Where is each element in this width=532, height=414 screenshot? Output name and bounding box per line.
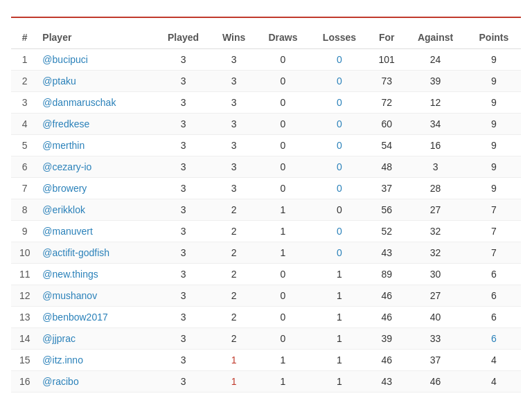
cell: 3 xyxy=(155,71,212,92)
cell: @browery xyxy=(38,178,154,199)
cell: 3 xyxy=(155,49,212,71)
cell: 73 xyxy=(369,71,404,92)
cell: 6 xyxy=(467,307,521,328)
page-title xyxy=(11,11,521,18)
col-header-player: Player xyxy=(38,26,154,49)
cell: @benbow2017 xyxy=(38,307,154,328)
cell: 1 xyxy=(256,350,310,371)
cell: 2 xyxy=(211,264,256,285)
col-header-against: Against xyxy=(404,26,466,49)
cell: 54 xyxy=(369,135,404,156)
cell: 3 xyxy=(155,264,212,285)
cell: 4 xyxy=(467,371,521,393)
cell: 8 xyxy=(11,199,38,221)
cell: 3 xyxy=(155,242,212,264)
cell: 28 xyxy=(404,178,466,199)
cell: 7 xyxy=(11,178,38,199)
cell: 48 xyxy=(369,156,404,178)
cell: 1 xyxy=(310,307,369,328)
cell: 60 xyxy=(369,114,404,135)
cell: 0 xyxy=(310,71,369,92)
cell: @new.things xyxy=(38,264,154,285)
cell: 16 xyxy=(404,135,466,156)
cell: @jjprac xyxy=(38,328,154,350)
table-row: 1@bucipuci3300101249 xyxy=(11,49,521,71)
cell: 3 xyxy=(211,156,256,178)
table-row: 8@erikklok321056277 xyxy=(11,199,521,221)
cell: 13 xyxy=(11,307,38,328)
cell: 1 xyxy=(256,221,310,242)
cell: 2 xyxy=(211,285,256,307)
cell: 0 xyxy=(256,92,310,114)
cell: 7 xyxy=(467,242,521,264)
cell: 3 xyxy=(155,114,212,135)
table-row: 13@benbow2017320146406 xyxy=(11,307,521,328)
cell: 46 xyxy=(369,307,404,328)
cell: 9 xyxy=(467,178,521,199)
cell: @bucipuci xyxy=(38,49,154,71)
cell: 3 xyxy=(155,350,212,371)
cell: @mushanov xyxy=(38,285,154,307)
cell: 3 xyxy=(211,49,256,71)
table-row: 10@actifit-godfish321043327 xyxy=(11,242,521,264)
table-row: 16@racibo311143464 xyxy=(11,371,521,393)
cell: 101 xyxy=(369,49,404,71)
cell: 11 xyxy=(11,264,38,285)
cell: 43 xyxy=(369,242,404,264)
cell: 3 xyxy=(211,92,256,114)
cell: 46 xyxy=(369,350,404,371)
cell: 3 xyxy=(155,178,212,199)
cell: 12 xyxy=(404,92,466,114)
cell: 3 xyxy=(155,199,212,221)
cell: 7 xyxy=(467,199,521,221)
cell: 2 xyxy=(211,328,256,350)
col-header-points: Points xyxy=(467,26,521,49)
cell: 27 xyxy=(404,285,466,307)
cell: 0 xyxy=(256,156,310,178)
cell: 0 xyxy=(310,199,369,221)
cell: 3 xyxy=(211,71,256,92)
cell: 0 xyxy=(256,285,310,307)
cell: 12 xyxy=(11,285,38,307)
cell: 0 xyxy=(256,71,310,92)
cell: 0 xyxy=(256,49,310,71)
cell: 9 xyxy=(467,156,521,178)
cell: 0 xyxy=(310,49,369,71)
cell: 33 xyxy=(404,328,466,350)
cell: 39 xyxy=(404,71,466,92)
cell: 43 xyxy=(369,371,404,393)
col-header-draws: Draws xyxy=(256,26,310,49)
cell: 0 xyxy=(256,264,310,285)
cell: 3 xyxy=(155,307,212,328)
cell: 1 xyxy=(11,49,38,71)
cell: 0 xyxy=(310,221,369,242)
cell: 72 xyxy=(369,92,404,114)
cell: 9 xyxy=(467,49,521,71)
cell: @danmaruschak xyxy=(38,92,154,114)
cell: @racibo xyxy=(38,371,154,393)
cell: @itz.inno xyxy=(38,350,154,371)
cell: 9 xyxy=(467,71,521,92)
cell: 6 xyxy=(11,156,38,178)
col-header--: # xyxy=(11,26,38,49)
cell: 46 xyxy=(404,371,466,393)
cell: 5 xyxy=(11,135,38,156)
cell: 6 xyxy=(467,264,521,285)
cell: 9 xyxy=(467,92,521,114)
cell: 3 xyxy=(211,114,256,135)
table-row: 12@mushanov320146276 xyxy=(11,285,521,307)
cell: 16 xyxy=(11,371,38,393)
cell: @erikklok xyxy=(38,199,154,221)
cell: @merthin xyxy=(38,135,154,156)
cell: 1 xyxy=(310,285,369,307)
table-row: 7@browery330037289 xyxy=(11,178,521,199)
cell: 0 xyxy=(310,114,369,135)
table-row: 14@jjprac320139336 xyxy=(11,328,521,350)
cell: 3 xyxy=(155,156,212,178)
cell: 1 xyxy=(310,328,369,350)
cell: 0 xyxy=(310,178,369,199)
cell: 3 xyxy=(404,156,466,178)
cell: 7 xyxy=(467,221,521,242)
cell: 3 xyxy=(155,285,212,307)
ranking-table: #PlayerPlayedWinsDrawsLossesForAgainstPo… xyxy=(11,26,521,393)
